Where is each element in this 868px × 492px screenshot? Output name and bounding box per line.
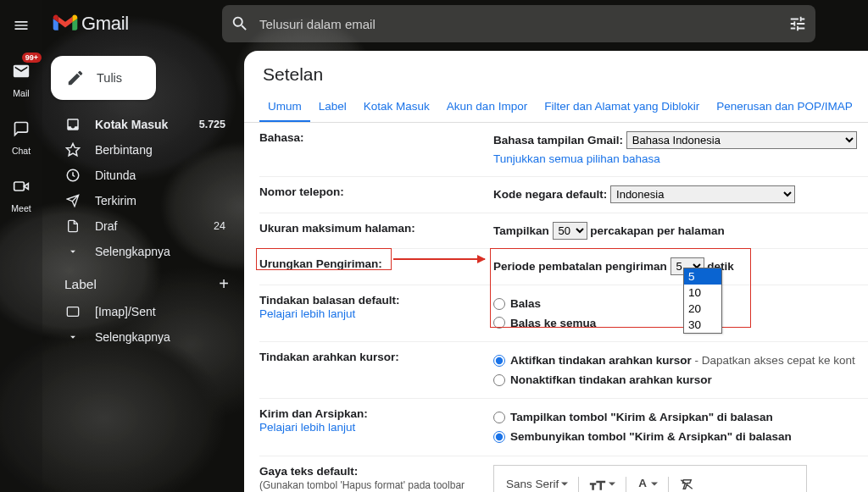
setting-phone-label: Nomor telepon: — [259, 185, 493, 204]
main-menu-button[interactable] — [6, 10, 36, 41]
nav-snoozed-label: Ditunda — [95, 169, 225, 182]
search-input[interactable] — [259, 17, 788, 31]
highlight-arrow — [393, 258, 485, 260]
archive-option-show[interactable]: Tampilkan tombol "Kirim & Arsipkan" di b… — [493, 408, 868, 427]
hover-option-disable[interactable]: Nonaktifkan tindakan arahkan kursor — [493, 371, 868, 390]
reply-option-replyall[interactable]: Balas ke semua — [493, 314, 868, 333]
nav-inbox[interactable]: Kotak Masuk 5.725 — [51, 112, 237, 137]
app-mail-label: Mail — [13, 88, 29, 98]
country-code-select[interactable]: Indonesia — [610, 185, 795, 203]
setting-undo-label: Urungkan Pengiriman: — [259, 257, 493, 276]
app-mail[interactable]: 99+ Mail — [0, 58, 42, 98]
tab-filters[interactable]: Filter dan Alamat yang Diblokir — [536, 93, 708, 122]
font-family-button[interactable]: Sans Serif — [503, 473, 571, 492]
setting-archive-label: Kirim dan Arsipkan: — [259, 407, 368, 420]
chevron-down-icon — [64, 331, 81, 343]
archive-learn-more-link[interactable]: Pelajari lebih lanjut — [259, 421, 483, 434]
hover-option-enable[interactable]: Aktifkan tindakan arahkan kursor - Dapat… — [493, 351, 868, 370]
labels-more-text: Selengkapnya — [95, 330, 225, 344]
file-icon — [64, 218, 81, 234]
clear-format-button[interactable] — [676, 476, 698, 492]
language-select[interactable]: Bahasa Indonesia — [626, 131, 857, 149]
undo-option-30[interactable]: 30 — [684, 317, 721, 333]
reply-learn-more-link[interactable]: Pelajari lebih lanjut — [259, 307, 483, 320]
nav-sent[interactable]: Terkirim — [51, 188, 237, 213]
tab-addons[interactable]: Add-on — [861, 93, 868, 122]
app-meet[interactable]: Meet — [0, 173, 42, 213]
tab-general[interactable]: Umum — [259, 93, 310, 122]
star-icon — [64, 142, 81, 158]
nav-inbox-label: Kotak Masuk — [95, 118, 199, 131]
setting-language-label: Bahasa: — [259, 131, 493, 168]
nav-drafts-label: Draf — [95, 219, 214, 233]
nav-more[interactable]: Selengkapnya — [51, 239, 237, 264]
svg-rect-0 — [14, 182, 25, 191]
show-all-languages-link[interactable]: Tunjukkan semua pilihan bahasa — [493, 152, 660, 165]
undo-dropdown-list: 5 10 20 30 — [683, 268, 722, 334]
app-chat[interactable]: Chat — [0, 115, 42, 156]
label-icon — [64, 305, 81, 318]
pencil-icon — [66, 69, 85, 87]
setting-hover-label: Tindakan arahkan kursor: — [259, 351, 493, 390]
gmail-brand-text: Gmail — [81, 13, 129, 35]
search-bar[interactable] — [222, 5, 815, 42]
nav-sent-label: Terkirim — [95, 194, 225, 207]
tab-forwarding[interactable]: Penerusan dan POP/IMAP — [708, 93, 861, 122]
tab-accounts[interactable]: Akun dan Impor — [438, 93, 536, 122]
inbox-icon — [64, 117, 81, 132]
pagesize-show-label: Tampilkan — [493, 224, 549, 237]
archive-option-hide[interactable]: Sembunyikan tombol "Kirim & Arsipkan" di… — [493, 428, 868, 446]
search-icon — [231, 14, 249, 33]
compose-label: Tulis — [97, 71, 122, 85]
chevron-down-icon — [64, 246, 81, 257]
gmail-logo[interactable]: Gmail — [53, 13, 222, 35]
textstyle-hint: (Gunakan tombol 'Hapus format' pada tool… — [259, 478, 483, 492]
nav-drafts-count: 24 — [214, 220, 225, 232]
pagesize-suffix: percakapan per halaman — [590, 224, 724, 237]
search-options-icon[interactable] — [788, 14, 807, 33]
language-display-label: Bahasa tampilan Gmail: — [493, 134, 623, 146]
tab-inbox[interactable]: Kotak Masuk — [355, 93, 438, 122]
label-imap-sent[interactable]: [Imap]/Sent — [51, 299, 237, 324]
text-size-icon — [589, 478, 606, 491]
nav-more-label: Selengkapnya — [95, 245, 225, 258]
label-imap-sent-text: [Imap]/Sent — [95, 305, 225, 318]
add-label-button[interactable]: + — [219, 274, 229, 294]
undo-option-20[interactable]: 20 — [684, 301, 721, 317]
settings-title: Setelan — [244, 51, 868, 93]
undo-option-5[interactable]: 5 — [684, 268, 721, 285]
send-icon — [64, 194, 81, 207]
nav-starred-label: Berbintang — [95, 143, 225, 157]
setting-pagesize-label: Ukuran maksimum halaman: — [259, 222, 493, 240]
nav-starred[interactable]: Berbintang — [51, 137, 237, 163]
setting-reply-label: Tindakan balasan default: — [259, 294, 400, 307]
pagesize-select[interactable]: 50 — [553, 222, 587, 240]
text-style-toolbar: Sans Serif A Teks isi email Anda akan te… — [493, 465, 807, 492]
app-meet-label: Meet — [11, 203, 31, 213]
nav-inbox-count: 5.725 — [199, 119, 225, 130]
labels-more[interactable]: Selengkapnya — [51, 324, 237, 350]
tab-label[interactable]: Label — [310, 93, 355, 122]
compose-button[interactable]: Tulis — [51, 56, 156, 100]
reply-option-reply[interactable]: Balas — [493, 295, 868, 313]
country-code-label: Kode negara default: — [493, 188, 607, 201]
nav-snoozed[interactable]: Ditunda — [51, 163, 237, 188]
undo-period-label: Periode pembatalan pengiriman — [493, 260, 667, 273]
nav-drafts[interactable]: Draf 24 — [51, 213, 237, 239]
app-chat-label: Chat — [12, 146, 31, 156]
setting-textstyle-label: Gaya teks default: — [259, 465, 358, 478]
clock-icon — [64, 168, 81, 183]
text-color-button[interactable]: A — [633, 473, 661, 492]
undo-option-10[interactable]: 10 — [684, 285, 721, 301]
font-size-button[interactable] — [586, 476, 619, 492]
labels-header: Label — [64, 277, 97, 292]
clear-format-icon — [679, 478, 694, 491]
mail-badge: 99+ — [22, 53, 42, 63]
